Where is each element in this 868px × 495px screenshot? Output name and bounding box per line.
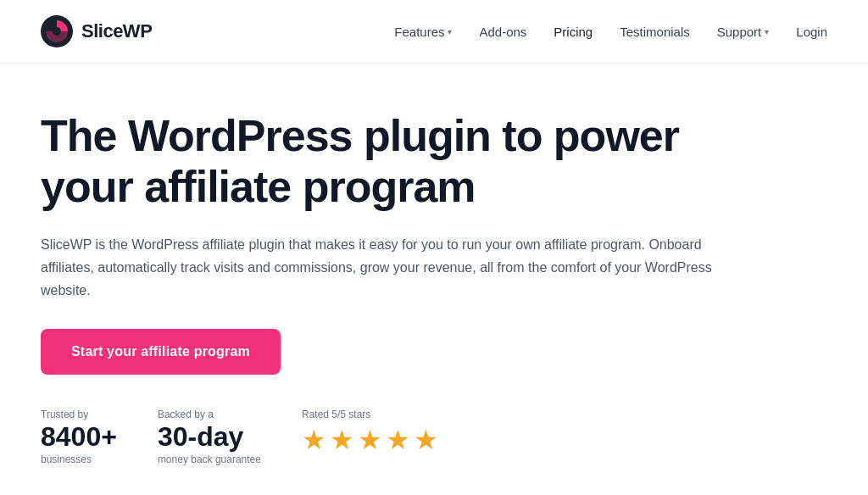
trusted-value: 8400+ xyxy=(41,422,117,452)
hero-section: The WordPress plugin to power your affil… xyxy=(0,64,763,495)
star-1: ★ xyxy=(302,424,326,456)
main-nav: Features ▾ Add-ons Pricing Testimonials … xyxy=(394,25,827,39)
svg-point-1 xyxy=(53,27,61,36)
stars-row: ★ ★ ★ ★ ★ xyxy=(302,424,438,456)
nav-features[interactable]: Features ▾ xyxy=(394,25,452,39)
support-chevron-icon: ▾ xyxy=(765,27,769,36)
logo-text: SliceWP xyxy=(81,20,152,42)
trusted-badge: Trusted by 8400+ businesses xyxy=(41,409,117,465)
rated-label: Rated 5/5 stars xyxy=(302,409,438,420)
cta-button[interactable]: Start your affiliate program xyxy=(41,329,281,375)
backed-badge: Backed by a 30-day money back guarantee xyxy=(158,409,261,465)
stars-badge: Rated 5/5 stars ★ ★ ★ ★ ★ xyxy=(302,409,438,456)
nav-login[interactable]: Login xyxy=(796,25,827,39)
nav-testimonials[interactable]: Testimonials xyxy=(620,25,690,39)
logo-icon xyxy=(41,15,73,47)
features-chevron-icon: ▾ xyxy=(448,27,452,36)
star-2: ★ xyxy=(330,424,354,456)
site-header: SliceWP Features ▾ Add-ons Pricing Testi… xyxy=(0,0,868,64)
nav-addons[interactable]: Add-ons xyxy=(479,25,526,39)
nav-support[interactable]: Support ▾ xyxy=(717,25,770,39)
star-3: ★ xyxy=(358,424,382,456)
backed-sub: money back guarantee xyxy=(158,453,261,465)
trust-badges: Trusted by 8400+ businesses Backed by a … xyxy=(41,409,722,465)
hero-title: The WordPress plugin to power your affil… xyxy=(41,111,722,213)
star-4: ★ xyxy=(386,424,410,456)
hero-description: SliceWP is the WordPress affiliate plugi… xyxy=(41,233,722,303)
trusted-sub: businesses xyxy=(41,453,117,465)
trusted-label: Trusted by xyxy=(41,409,117,420)
backed-value: 30-day xyxy=(158,422,261,452)
nav-pricing[interactable]: Pricing xyxy=(554,25,593,39)
backed-label: Backed by a xyxy=(158,409,261,420)
logo-area: SliceWP xyxy=(41,15,152,47)
star-5: ★ xyxy=(414,424,438,456)
